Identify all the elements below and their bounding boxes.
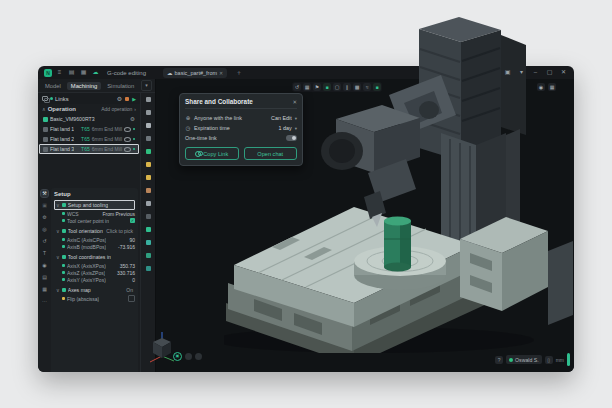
close-button[interactable]: ✕ [559, 68, 568, 77]
stock-icon[interactable]: ▤ [41, 274, 48, 281]
add-operation-button[interactable]: Add operation [101, 106, 132, 112]
expand-icon[interactable]: ∨ [56, 287, 60, 293]
gear-icon[interactable]: ⚙ [130, 116, 135, 122]
part-icon[interactable] [146, 266, 151, 271]
wrench-icon[interactable]: ⚒ [41, 190, 48, 197]
chevron-down-icon[interactable]: ▾ [517, 68, 526, 77]
grid-icon[interactable]: ▦ [548, 83, 556, 91]
play-icon[interactable]: ▶ [132, 96, 136, 102]
tab-simulation[interactable]: Simulation [103, 82, 138, 90]
operation-row[interactable]: Flat land 2 T65 6mm End Mill [39, 134, 139, 144]
clock-icon[interactable] [146, 97, 151, 102]
section-icon[interactable]: ▩ [353, 83, 361, 91]
tab-machining[interactable]: Machining [67, 82, 101, 90]
chevron-down-icon[interactable]: ▾ [295, 126, 297, 131]
document-tab[interactable]: ☁ basic_part#_from ✕ [163, 68, 227, 78]
caret-right-icon[interactable]: › [134, 106, 136, 112]
visibility-icon[interactable] [124, 147, 131, 152]
view-button[interactable] [185, 353, 192, 360]
tab-close-icon[interactable]: ✕ [219, 70, 223, 76]
fixture-icon[interactable] [146, 253, 151, 258]
tool-icon[interactable] [146, 162, 151, 167]
operation-row-selected[interactable]: Flat land 3 T65 6mm End Mill [39, 144, 139, 154]
setup-section-selected[interactable]: ∨ Setup and tooling [54, 200, 135, 210]
document-icon[interactable] [146, 201, 151, 206]
layers-icon[interactable] [42, 96, 48, 101]
collapse-icon[interactable]: ∧ [42, 106, 46, 112]
flag-icon[interactable]: ⚑ [313, 83, 321, 91]
open-chat-button[interactable]: Open chat [244, 147, 298, 160]
cloud-icon[interactable]: ☁ [91, 68, 100, 77]
stock-icon[interactable] [146, 149, 151, 154]
gcode-icon[interactable]: ■ [373, 83, 381, 91]
setup-row[interactable]: AxisB (modBPos) -73.916 [54, 243, 135, 250]
checkbox-checked[interactable]: ✓ [130, 218, 135, 223]
setup-row[interactable]: AxisC (AxisCPos) 90 [54, 236, 135, 243]
folder-icon[interactable]: ▦ [79, 68, 88, 77]
setup-row[interactable]: Tool center point in ✓ [54, 217, 135, 224]
tool-icon[interactable]: T [41, 250, 48, 257]
maximize-button[interactable]: ▢ [545, 68, 554, 77]
expand-icon[interactable]: ∨ [56, 228, 60, 234]
layer-icon[interactable] [146, 214, 151, 219]
help-icon[interactable]: ? [495, 356, 503, 364]
menu-icon[interactable]: ≡ [55, 68, 64, 77]
expand-icon[interactable]: ∨ [56, 254, 60, 260]
user-icon[interactable] [146, 110, 151, 115]
visibility-icon[interactable] [124, 137, 131, 142]
view-button[interactable] [195, 353, 202, 360]
grid-icon[interactable]: ▦ [41, 286, 48, 293]
checkbox-unchecked[interactable] [128, 295, 135, 302]
lock-icon[interactable]: ▣ [41, 202, 48, 209]
operation-row[interactable]: Flat land 1 T65 6mm End Mill [39, 124, 139, 134]
probe-icon[interactable] [146, 227, 151, 232]
undo-icon[interactable]: ↺ [293, 83, 301, 91]
setup-row[interactable]: AxisY (AxisYPos) 0 [54, 276, 135, 283]
file-icon[interactable]: ▤ [67, 68, 76, 77]
one-time-toggle[interactable] [286, 135, 297, 141]
setup-section[interactable]: ∨ Tool coordinates in [54, 252, 135, 262]
bulb-icon[interactable] [146, 175, 151, 180]
simulate-icon[interactable]: ≈ [363, 83, 371, 91]
setup-row[interactable]: WCS From Previous [54, 210, 135, 217]
isometric-view-button[interactable]: ▣ [173, 352, 182, 361]
expiration-dropdown[interactable]: 1 day [279, 125, 292, 131]
user-presence-chip[interactable]: Oswald S. [506, 355, 542, 364]
folder-icon[interactable] [146, 188, 151, 193]
user-icon[interactable]: ◉ [41, 262, 48, 269]
gear-icon[interactable]: ⚙ [117, 96, 122, 102]
record-icon[interactable] [125, 97, 129, 101]
chevron-down-icon[interactable]: ▾ [295, 116, 297, 121]
setup-row[interactable]: AxisZ (AxisZPos) 330.716 [54, 269, 135, 276]
screen-share-icon[interactable]: ▣ [503, 68, 512, 77]
expand-icon[interactable]: ∨ [56, 202, 60, 208]
setup-row[interactable]: AxisX (AxisXPos) 350.73 [54, 262, 135, 269]
access-dropdown[interactable]: Can Edit [271, 115, 292, 121]
stock-icon[interactable]: ■ [323, 83, 331, 91]
new-tab-button[interactable]: ＋ [235, 68, 242, 78]
setup-section[interactable]: ∨ Axes map On [54, 285, 135, 295]
rotate-icon[interactable]: ↺ [41, 238, 48, 245]
3d-viewport[interactable]: ↺ ▦ ⚑ ■ ▢ ∥ ▩ ≈ ■ ◉ ▦ [156, 79, 574, 372]
target-icon[interactable]: ◎ [41, 226, 48, 233]
pause-icon[interactable]: ∥ [343, 83, 351, 91]
close-icon[interactable]: ✕ [292, 99, 297, 105]
minimize-button[interactable]: – [531, 68, 540, 77]
square-icon[interactable] [146, 136, 151, 141]
device-icon[interactable]: ▯ [545, 356, 553, 364]
more-icon[interactable]: ⋯ [41, 298, 48, 305]
setup-tree-item[interactable]: Basic_VM9600RT3 ⚙ [39, 114, 139, 124]
tab-model[interactable]: Model [41, 82, 65, 90]
eye-icon[interactable]: ◉ [537, 83, 545, 91]
setup-section[interactable]: ∨ Tool orientation Click to pick [54, 226, 135, 236]
fixture-icon[interactable]: ▢ [333, 83, 341, 91]
cube-icon[interactable] [146, 123, 151, 128]
tabs-more-button[interactable]: ▾ [141, 80, 152, 91]
app-logo[interactable]: N [44, 69, 52, 77]
visibility-icon[interactable] [124, 127, 131, 132]
setup-row[interactable]: Flip (abscissa) [54, 295, 135, 302]
wave-icon[interactable] [146, 240, 151, 245]
copy-link-button[interactable]: Copy Link [185, 147, 239, 160]
select-icon[interactable]: ▦ [303, 83, 311, 91]
gear-icon[interactable]: ⚙ [41, 214, 48, 221]
